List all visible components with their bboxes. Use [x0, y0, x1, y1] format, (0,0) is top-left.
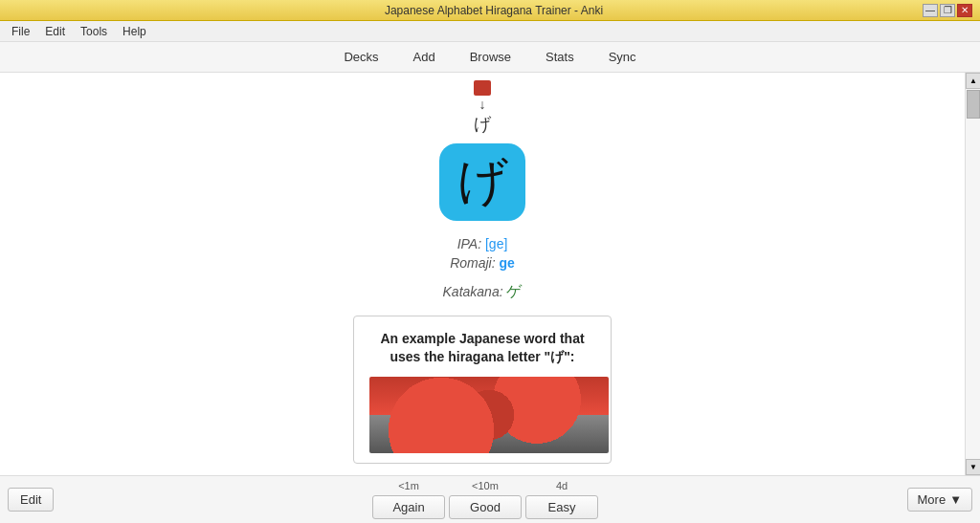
katakana-value: ゲ [506, 283, 522, 299]
menu-edit[interactable]: Edit [37, 23, 73, 40]
katakana-label: Katakana: [443, 284, 503, 299]
edit-button[interactable]: Edit [8, 488, 54, 512]
large-hiragana-char: げ [457, 148, 508, 215]
more-button-wrap: More ▼ [905, 488, 972, 512]
time-again: <1m [370, 480, 447, 491]
nav-stats[interactable]: Stats [528, 46, 591, 68]
time-good: <10m [447, 480, 523, 491]
example-image-inner [369, 377, 609, 453]
ipa-value: [ge] [485, 236, 507, 251]
nav-sync[interactable]: Sync [591, 46, 654, 68]
restore-button[interactable]: ❐ [940, 4, 955, 17]
main-area: ↓ げ げ IPA: [ge] Romaji: ge Katakana: ゲ A… [0, 73, 980, 475]
time-row: <1m <10m 4d [370, 480, 600, 491]
arrow-down-icon: ↓ [479, 98, 486, 111]
window-title: Japanese Alphabet Hiragana Trainer - Ank… [65, 4, 923, 17]
scrollbar[interactable]: ▲ ▼ [965, 73, 980, 475]
menu-file[interactable]: File [4, 23, 37, 40]
minimize-button[interactable]: — [923, 4, 938, 17]
romaji-label: Romaji: [450, 255, 495, 271]
katakana-section: Katakana: ゲ [443, 282, 523, 302]
scroll-up-arrow[interactable]: ▲ [966, 73, 980, 89]
edit-button-wrap: Edit [8, 488, 65, 512]
btn-row: Again Good Easy [372, 495, 598, 519]
bottom-bar: Edit <1m <10m 4d Again Good Easy More ▼ [0, 475, 980, 523]
romaji-value: ge [500, 255, 515, 271]
nav-decks[interactable]: Decks [326, 46, 395, 68]
time-easy: 4d [523, 480, 600, 491]
more-label: More [918, 492, 947, 507]
window-controls: — ❐ ✕ [923, 4, 972, 17]
menu-help[interactable]: Help [115, 23, 154, 40]
menu-tools[interactable]: Tools [73, 23, 115, 40]
ipa-section: IPA: [ge] [457, 236, 508, 251]
scroll-down-arrow[interactable]: ▼ [966, 459, 980, 475]
small-hiragana-char: げ [474, 113, 491, 136]
more-button[interactable]: More ▼ [907, 488, 973, 512]
nav-add[interactable]: Add [396, 46, 453, 68]
more-arrow-icon: ▼ [949, 492, 962, 507]
ipa-label: IPA: [457, 236, 481, 251]
title-bar: Japanese Alphabet Hiragana Trainer - Ank… [0, 0, 980, 21]
toolbar: Decks Add Browse Stats Sync [0, 42, 980, 73]
card-content: ↓ げ げ IPA: [ge] Romaji: ge Katakana: ゲ A… [0, 73, 965, 475]
again-button[interactable]: Again [372, 495, 445, 519]
hiragana-card: げ [439, 143, 525, 221]
answer-buttons: <1m <10m 4d Again Good Easy [65, 480, 905, 519]
easy-button[interactable]: Easy [525, 495, 598, 519]
nav-browse[interactable]: Browse [453, 46, 528, 68]
example-title: An example Japanese word that uses the h… [369, 330, 595, 367]
example-box: An example Japanese word that uses the h… [353, 316, 612, 464]
menu-bar: File Edit Tools Help [0, 21, 980, 42]
scroll-track[interactable] [966, 89, 980, 459]
example-image [369, 377, 609, 453]
romaji-section: Romaji: ge [450, 255, 515, 271]
flag-icon [474, 80, 491, 96]
close-button[interactable]: ✕ [957, 4, 972, 17]
scroll-thumb[interactable] [967, 90, 980, 119]
good-button[interactable]: Good [449, 495, 522, 519]
